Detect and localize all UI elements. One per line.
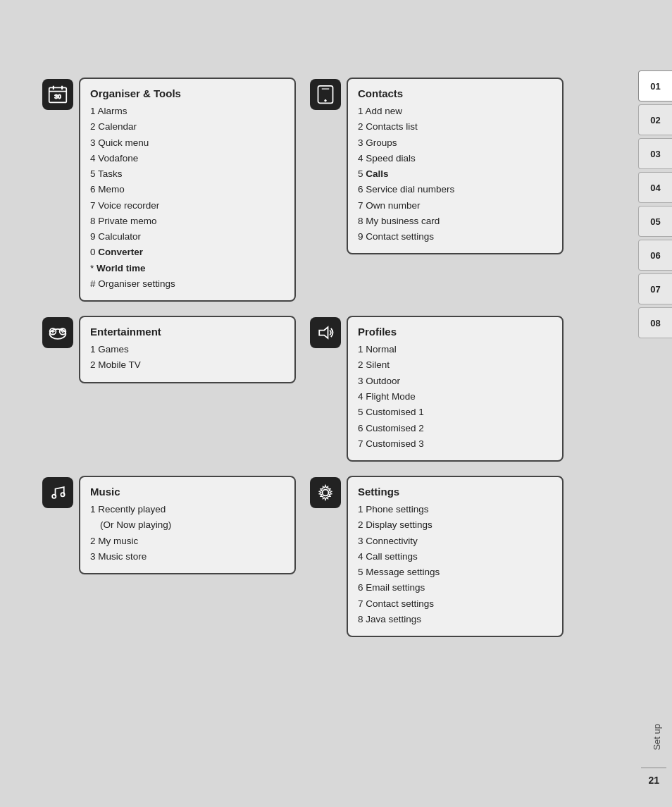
calls-label: Calls <box>366 168 388 179</box>
list-item: 6 Email settings <box>358 580 552 596</box>
contacts-icon-box <box>310 79 341 110</box>
converter-label: Converter <box>98 247 143 257</box>
svg-point-16 <box>62 331 63 333</box>
organiser-icon-box: 30 <box>42 79 73 110</box>
sidebar-tab-05[interactable]: 05 <box>638 206 672 237</box>
profiles-title: Profiles <box>358 326 552 338</box>
list-item: 7 Customised 3 <box>358 436 552 452</box>
svg-point-15 <box>62 329 63 331</box>
profiles-card: Profiles 1 Normal 2 Silent 3 Outdoor 4 F… <box>347 316 564 462</box>
entertainment-card: Entertainment 1 Games 2 Mobile TV <box>79 316 296 383</box>
contacts-card: Contacts 1 Add new 2 Contacts list 3 Gro… <box>347 78 564 254</box>
list-item: 5 Message settings <box>358 565 552 580</box>
world-time-label: World time <box>97 263 146 273</box>
list-item: 5 Customised 1 <box>358 405 552 420</box>
list-item: # Organiser settings <box>90 276 285 292</box>
list-item: 7 Own number <box>358 198 552 214</box>
speaker-icon <box>316 323 335 343</box>
entertainment-title: Entertainment <box>90 326 285 338</box>
list-item: 4 Speed dials <box>358 151 552 166</box>
list-item: 1 Recently played <box>90 502 285 517</box>
svg-marker-17 <box>319 327 328 338</box>
list-item: 3 Outdoor <box>358 374 552 389</box>
sidebar-tab-02[interactable]: 02 <box>638 104 672 135</box>
sidebar-tab-07[interactable]: 07 <box>638 273 672 304</box>
main-content: 30 Organiser & Tools 1 Alarms 2 Calendar… <box>0 0 606 679</box>
list-item: 4 Vodafone <box>90 151 285 166</box>
list-item: 8 Private memo <box>90 214 285 229</box>
list-item: 1 Games <box>90 342 285 357</box>
music-icon-box <box>42 477 73 508</box>
svg-point-6 <box>325 99 327 101</box>
list-item: 6 Memo <box>90 182 285 197</box>
list-item: 5 Calls <box>358 166 552 182</box>
music-list: 1 Recently played (Or Now playing) 2 My … <box>90 502 285 565</box>
page-number: 21 <box>648 775 659 786</box>
contacts-list: 1 Add new 2 Contacts list 3 Groups 4 Spe… <box>358 104 552 245</box>
list-item: 8 Java settings <box>358 612 552 627</box>
list-item: 1 Phone settings <box>358 502 552 517</box>
list-item: 8 My business card <box>358 214 552 229</box>
list-item: 7 Voice recorder <box>90 198 285 214</box>
list-item: 2 Display settings <box>358 517 552 533</box>
list-item: 2 Mobile TV <box>90 357 285 373</box>
list-item: 4 Call settings <box>358 549 552 565</box>
list-item: 9 Calculator <box>90 229 285 245</box>
settings-list: 1 Phone settings 2 Display settings 3 Co… <box>358 502 552 627</box>
contacts-title: Contacts <box>358 87 552 99</box>
sidebar-tab-06[interactable]: 06 <box>638 240 672 271</box>
gamepad-icon <box>48 323 68 343</box>
entertainment-block: Entertainment 1 Games 2 Mobile TV <box>42 316 296 462</box>
profiles-block: Profiles 1 Normal 2 Silent 3 Outdoor 4 F… <box>310 316 564 462</box>
gear-icon <box>316 483 335 503</box>
list-item: 9 Contact settings <box>358 229 552 245</box>
sidebar-tab-03[interactable]: 03 <box>638 138 672 169</box>
list-item: 1 Alarms <box>90 104 285 119</box>
entertainment-list: 1 Games 2 Mobile TV <box>90 342 285 374</box>
list-item: * World time <box>90 261 285 276</box>
svg-point-20 <box>323 490 329 496</box>
organiser-title: Organiser & Tools <box>90 87 285 99</box>
settings-title: Settings <box>358 486 552 498</box>
entertainment-icon-box <box>42 317 73 348</box>
list-item: 3 Groups <box>358 135 552 151</box>
organiser-card: Organiser & Tools 1 Alarms 2 Calendar 3 … <box>79 78 296 302</box>
music-title: Music <box>90 486 285 498</box>
sidebar-tabs: 01 02 03 04 05 06 07 08 <box>638 70 672 338</box>
svg-point-18 <box>52 495 56 498</box>
organiser-block: 30 Organiser & Tools 1 Alarms 2 Calendar… <box>42 78 296 302</box>
sidebar-tab-04[interactable]: 04 <box>638 172 672 203</box>
profiles-icon-box <box>310 317 341 348</box>
list-item: 0 Converter <box>90 245 285 260</box>
svg-point-19 <box>61 493 64 496</box>
calendar-icon: 30 <box>48 85 68 104</box>
list-item: 3 Quick menu <box>90 135 285 151</box>
svg-point-14 <box>63 331 65 332</box>
settings-block: Settings 1 Phone settings 2 Display sett… <box>310 476 564 637</box>
list-item: 3 Music store <box>90 549 285 565</box>
list-item: 2 Calendar <box>90 119 285 135</box>
settings-card: Settings 1 Phone settings 2 Display sett… <box>347 476 564 637</box>
list-item: 4 Flight Mode <box>358 389 552 405</box>
divider-line <box>641 768 666 768</box>
list-item: 5 Tasks <box>90 166 285 182</box>
list-item: 2 Contacts list <box>358 119 552 135</box>
contacts-block: Contacts 1 Add new 2 Contacts list 3 Gro… <box>310 78 564 302</box>
svg-point-13 <box>61 331 62 332</box>
list-item: 1 Normal <box>358 342 552 357</box>
sidebar-tab-08[interactable]: 08 <box>638 307 672 338</box>
list-item: (Or Now playing) <box>90 517 285 533</box>
music-block: Music 1 Recently played (Or Now playing)… <box>42 476 296 637</box>
music-note-icon <box>48 483 68 503</box>
list-item: 3 Connectivity <box>358 534 552 549</box>
music-card: Music 1 Recently played (Or Now playing)… <box>79 476 296 574</box>
list-item: 7 Contact settings <box>358 596 552 612</box>
settings-icon-box <box>310 477 341 508</box>
list-item: 6 Customised 2 <box>358 421 552 436</box>
list-item: 1 Add new <box>358 104 552 119</box>
profiles-list: 1 Normal 2 Silent 3 Outdoor 4 Flight Mod… <box>358 342 552 452</box>
sidebar-tab-01[interactable]: 01 <box>638 70 672 101</box>
list-item: 2 Silent <box>358 357 552 373</box>
svg-text:30: 30 <box>54 93 61 100</box>
setup-label: Set up <box>652 724 662 751</box>
